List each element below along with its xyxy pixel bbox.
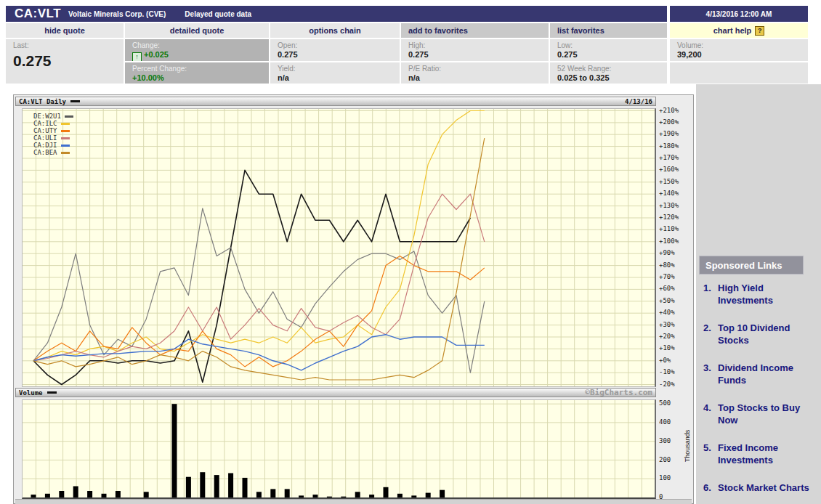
quote-low: Low: 0.275 — [550, 39, 667, 61]
price-tick-label: +90% — [659, 249, 675, 256]
quote-last: Last: 0.275 — [6, 39, 124, 84]
price-tick-label: -10% — [659, 368, 675, 375]
price-tick-label: +0% — [659, 357, 671, 364]
price-tick-label: +160% — [659, 166, 679, 173]
quote-52wk-range: 52 Week Range: 0.025 to 0.325 — [550, 62, 667, 84]
datetime-box: 4/13/2016 12:00 AM — [670, 6, 808, 22]
quote-open: Open: 0.275 — [270, 39, 400, 61]
main-series-swatch — [70, 100, 80, 102]
price-tick-label: +180% — [659, 142, 679, 150]
company-name: Voltaic Minerals Corp. (CVE) — [68, 10, 185, 18]
price-tick-label: +20% — [659, 333, 675, 340]
tab-add-to-favorites[interactable]: add to favorites — [401, 23, 549, 38]
price-tick-label: +120% — [659, 214, 679, 221]
tab-list-favorites[interactable]: list favorites — [550, 23, 667, 38]
legend-item: CA:ULI — [33, 134, 73, 142]
price-tick-label: +170% — [659, 154, 679, 161]
quote-percent-change: Percent Change: +10.00% — [125, 62, 269, 84]
sponsored-link[interactable]: 3.Dividend Income Funds — [703, 362, 817, 386]
tab-detailed-quote[interactable]: detailed quote — [125, 23, 269, 38]
chart-legend: DE:W2U1CA:ILCCA:UTYCA:ULICA:DJICA:BEA — [33, 113, 73, 156]
tab-chart-help[interactable]: chart help ? — [670, 23, 808, 38]
quote-volume: Volume: 39,200 — [670, 39, 808, 61]
sponsored-link[interactable]: 4.Top Stocks to Buy Now — [703, 402, 817, 426]
sponsored-link[interactable]: 1.High Yield Investments — [703, 282, 817, 306]
next-panel-partial-bar — [15, 499, 692, 504]
volume-tick-label: 400 — [659, 418, 671, 426]
main-chart-titlebar: CA:VLT Daily 4/13/16 — [15, 97, 656, 106]
volume-tick-label: 300 — [659, 437, 671, 444]
price-tick-label: +40% — [659, 309, 675, 316]
legend-item: CA:ILC — [33, 120, 73, 127]
price-tick-label: +30% — [659, 321, 675, 328]
price-tick-label: +110% — [659, 225, 679, 232]
legend-item: CA:UTY — [33, 127, 73, 134]
volume-swatch — [47, 391, 57, 394]
volume-tick-label: 200 — [659, 456, 671, 463]
price-tick-label: +100% — [659, 237, 679, 245]
legend-swatch — [61, 123, 70, 125]
sponsored-links-list: 1.High Yield Investments2.Top 10 Dividen… — [703, 282, 817, 504]
volume-titlebar: Volume ©BigCharts.com — [15, 388, 656, 397]
thousands-axis-label: Thousands — [684, 430, 691, 463]
volume-tick-label: 500 — [659, 399, 671, 407]
chart-title: CA:VLT Daily — [19, 98, 66, 105]
price-tick-label: +70% — [659, 273, 675, 280]
up-arrow-icon: ↑ — [132, 52, 142, 61]
legend-swatch — [61, 130, 70, 132]
price-tick-label: -20% — [659, 381, 675, 388]
price-tick-label: +200% — [659, 118, 679, 126]
chart-panel: CA:VLT Daily 4/13/16 DE:W2U1CA:ILCCA:UTY… — [13, 94, 694, 504]
price-tick-label: +50% — [659, 297, 675, 304]
price-tick-label: +80% — [659, 261, 675, 269]
price-plot — [22, 108, 656, 387]
help-question-icon[interactable]: ? — [755, 26, 764, 36]
legend-item: CA:DJI — [33, 142, 73, 149]
price-tick-label: +190% — [659, 130, 679, 137]
volume-tick-label: 100 — [659, 474, 671, 481]
sponsored-links-header: Sponsored Links — [699, 256, 804, 275]
sponsored-link[interactable]: 5.Fixed Income Investments — [703, 442, 817, 466]
price-tick-label: +210% — [659, 107, 679, 114]
volume-title: Volume — [19, 389, 43, 397]
change-value: +0.025 — [144, 50, 169, 59]
price-tick-label: +10% — [659, 344, 675, 351]
sponsored-link[interactable]: 2.Top 10 Dividend Stocks — [703, 322, 817, 346]
price-tick-label: +130% — [659, 202, 679, 209]
last-value: 0.275 — [13, 52, 124, 70]
legend-swatch — [61, 145, 70, 147]
delayed-note: Delayed quote data — [185, 10, 251, 18]
bigcharts-watermark: ©BigCharts.com — [585, 388, 652, 397]
legend-swatch — [61, 137, 70, 139]
quote-yield: Yield: n/a — [270, 62, 400, 84]
quote-empty-cell — [670, 62, 808, 84]
symbol: CA:VLT — [6, 7, 68, 21]
tab-options-chain[interactable]: options chain — [270, 23, 400, 38]
legend-swatch — [61, 152, 70, 154]
legend-swatch — [65, 115, 73, 118]
page: CA:VLT Voltaic Minerals Corp. (CVE) Dela… — [0, 0, 821, 504]
title-bar: CA:VLT Voltaic Minerals Corp. (CVE) Dela… — [6, 6, 667, 22]
tab-hide-quote[interactable]: hide quote — [6, 23, 124, 38]
price-axis-labels: +210%+200%+190%+180%+170%+160%+150%+140%… — [659, 108, 692, 386]
price-tick-label: +150% — [659, 178, 679, 185]
price-tick-label: +140% — [659, 190, 679, 197]
legend-item: DE:W2U1 — [33, 113, 73, 120]
volume-plot — [22, 399, 656, 499]
chart-date-label: 4/13/16 — [625, 98, 652, 105]
quote-change: Change: ↑+0.025 — [125, 39, 269, 61]
quote-pe-ratio: P/E Ratio: n/a — [401, 62, 549, 84]
price-tick-label: +60% — [659, 285, 675, 292]
quote-high: High: 0.275 — [401, 39, 549, 61]
percent-change-value: +10.00% — [132, 73, 269, 82]
legend-item: CA:BEA — [33, 149, 73, 156]
sponsored-link[interactable]: 6.Stock Market Charts — [703, 481, 817, 494]
